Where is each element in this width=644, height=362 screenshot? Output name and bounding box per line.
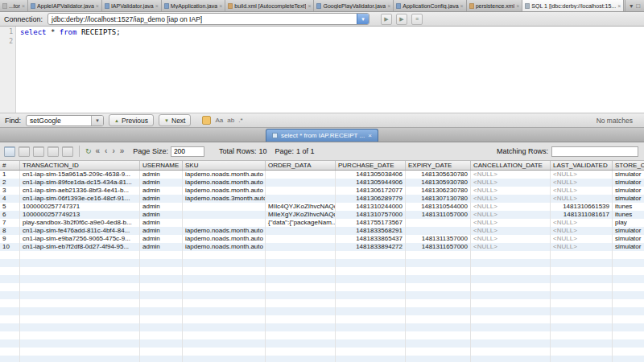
cell-last-validated[interactable]: <NULL> — [551, 219, 613, 227]
cell-store-code[interactable]: simulator — [613, 235, 644, 243]
close-icon[interactable]: × — [308, 3, 311, 9]
cell-transaction-id[interactable]: play-sandbox-3b2f0f6c-a9e0-4ed8-b... — [20, 219, 140, 227]
column-header-row-number[interactable]: # — [0, 161, 20, 171]
cell-expiry-date[interactable]: 1481305930780 — [406, 179, 471, 187]
cell-sku[interactable]: iapdemo.noads.month.auto — [183, 235, 266, 243]
last-page-icon[interactable]: » — [119, 147, 126, 155]
run-sql-icon[interactable]: ▶ — [381, 14, 392, 25]
cell-expiry-date[interactable]: 1481311357000 — [406, 235, 471, 243]
cell-row-number[interactable]: 9 — [0, 235, 20, 243]
cell-last-validated[interactable]: <NULL> — [551, 171, 613, 179]
cell-cancellation-date[interactable]: <NULL> — [471, 171, 551, 179]
table-row-2[interactable]: 2cn1-iap-sim-89fce1da-dc15-434a-81...adm… — [0, 179, 644, 187]
cell-expiry-date[interactable]: 1481305630780 — [406, 171, 471, 179]
cell-last-validated[interactable]: <NULL> — [551, 243, 613, 251]
page-size-input[interactable] — [171, 146, 204, 157]
whole-words-icon[interactable]: ab — [227, 117, 234, 124]
sql-editor[interactable]: 1 2 select * from RECEIPTS; — [0, 27, 644, 113]
cell-row-number[interactable]: 3 — [0, 187, 20, 195]
cell-last-validated[interactable]: <NULL> — [551, 195, 613, 203]
delete-records-icon[interactable] — [33, 146, 44, 157]
cell-expiry-date[interactable]: 1481311057000 — [406, 211, 471, 219]
match-case-icon[interactable]: Aa — [215, 117, 223, 124]
cell-row-number[interactable]: 2 — [0, 179, 20, 187]
cell-transaction-id[interactable]: 1000000257749213 — [20, 211, 140, 219]
column-header-purchase-date[interactable]: PURCHASE_DATE — [336, 161, 406, 171]
cell-order-data[interactable]: MIIc4QYJKoZIhvcNAQc... — [266, 203, 336, 211]
cell-cancellation-date[interactable]: <NULL> — [471, 195, 551, 203]
close-icon[interactable]: × — [387, 3, 390, 9]
editor-tab-persistence-xml[interactable]: persistence.xml× — [467, 0, 523, 11]
column-header-transaction-id[interactable]: TRANSACTION_ID — [20, 161, 140, 171]
cell-expiry-date[interactable]: 1481307130780 — [406, 195, 471, 203]
cell-order-data[interactable] — [266, 243, 336, 251]
cell-order-data[interactable] — [266, 171, 336, 179]
table-row-1[interactable]: 1cn1-iap-sim-15a961a5-209c-4638-9...admi… — [0, 171, 644, 179]
table-row-5[interactable]: 51000000257747371adminMIIc4QYJKoZIhvcNAQ… — [0, 203, 644, 211]
editor-tab-iapvalidator-java[interactable]: IAPValidator.java× — [102, 0, 162, 11]
cell-transaction-id[interactable]: cn1-iap-sim-aeb21336-8bf3-4e41-b... — [20, 187, 140, 195]
cell-row-number[interactable]: 4 — [0, 195, 20, 203]
editor-tab-build-xml-autocompletetext[interactable]: build.xml [AutocompleteText]× — [225, 0, 314, 11]
table-icon[interactable] — [4, 146, 15, 157]
cell-purchase-date[interactable]: 1481833865437 — [336, 235, 406, 243]
table-row-8[interactable]: 8cn1-iap-sim-fe476add-811c-4bf4-84...adm… — [0, 227, 644, 235]
cell-sku[interactable] — [183, 219, 266, 227]
cell-username[interactable]: admin — [140, 219, 183, 227]
sql-history-icon[interactable]: ≡ — [411, 14, 423, 25]
cell-row-number[interactable]: 1 — [0, 171, 20, 179]
column-header-username[interactable]: USERNAME — [140, 161, 183, 171]
column-header-last-validated[interactable]: LAST_VALIDATED — [551, 161, 613, 171]
cell-cancellation-date[interactable]: <NULL> — [471, 187, 551, 195]
close-icon[interactable]: × — [617, 3, 621, 9]
table-row-9[interactable]: 9cn1-iap-sim-e9ba7256-9065-475c-9...admi… — [0, 235, 644, 243]
cell-cancellation-date[interactable]: <NULL> — [471, 211, 551, 219]
commit-changes-icon[interactable] — [47, 146, 59, 157]
cell-expiry-date[interactable]: 1481311657000 — [406, 243, 471, 251]
cell-cancellation-date[interactable]: <NULL> — [471, 235, 551, 243]
cell-expiry-date[interactable]: 1481306230780 — [406, 187, 471, 195]
cell-store-code[interactable]: simulator — [613, 243, 644, 251]
cell-last-validated[interactable]: <NULL> — [551, 235, 613, 243]
editor-tab-applicationconfig-java[interactable]: ApplicationConfig.java× — [394, 0, 466, 11]
cell-row-number[interactable]: 5 — [0, 203, 20, 211]
column-header-expiry-date[interactable]: EXPIRY_DATE — [406, 161, 471, 171]
cell-last-validated[interactable]: 1481310661539 — [551, 203, 613, 211]
code-area[interactable]: select * from RECEIPTS; — [16, 27, 121, 113]
cell-row-number[interactable]: 10 — [0, 243, 20, 251]
cell-username[interactable]: admin — [140, 243, 183, 251]
previous-page-icon[interactable]: ‹ — [104, 147, 108, 155]
result-tab[interactable]: select * from IAP.RECEIPT ... × — [266, 129, 378, 142]
close-icon[interactable]: × — [96, 3, 99, 9]
cell-purchase-date[interactable]: 1481833568291 — [336, 227, 406, 235]
cell-store-code[interactable]: simulator — [613, 227, 644, 235]
cell-transaction-id[interactable]: cn1-iap-sim-89fce1da-dc15-434a-81... — [20, 179, 140, 187]
cell-sku[interactable]: iapdemo.noads.month.auto — [183, 171, 266, 179]
next-page-icon[interactable]: › — [111, 147, 115, 155]
table-row-7[interactable]: 7play-sandbox-3b2f0f6c-a9e0-4ed8-b...adm… — [0, 219, 644, 227]
cell-store-code[interactable]: simulator — [613, 171, 644, 179]
cell-order-data[interactable] — [266, 179, 336, 187]
cell-sku[interactable]: iapdemo.noads.month.auto — [183, 243, 266, 251]
tab-list-dropdown-icon[interactable]: ▾ — [630, 2, 633, 10]
cell-purchase-date[interactable]: 1481306172077 — [336, 187, 406, 195]
cell-username[interactable]: admin — [140, 211, 183, 219]
cell-username[interactable]: admin — [140, 227, 183, 235]
cell-purchase-date[interactable]: 1481305944906 — [336, 179, 406, 187]
cell-username[interactable]: admin — [140, 179, 183, 187]
cell-cancellation-date[interactable]: <NULL> — [471, 227, 551, 235]
editor-tab-tor[interactable]: ...tor× — [0, 0, 28, 11]
cell-sku[interactable] — [183, 203, 266, 211]
cell-username[interactable]: admin — [140, 195, 183, 203]
close-icon[interactable]: × — [516, 3, 519, 9]
editor-tab-sql-1-jdbc-derby-localhost-15[interactable]: SQL 1 [jdbc:derby://localhost:15...× — [522, 0, 624, 11]
cell-transaction-id[interactable]: cn1-iap-sim-eb7f2df8-0d27-4f94-95... — [20, 243, 140, 251]
cell-username[interactable]: admin — [140, 203, 183, 211]
cell-purchase-date[interactable]: 1481305038406 — [336, 171, 406, 179]
cell-cancellation-date[interactable]: <NULL> — [471, 219, 551, 227]
cell-transaction-id[interactable]: 1000000257747371 — [20, 203, 140, 211]
cell-purchase-date[interactable]: 1481310757000 — [336, 211, 406, 219]
cell-transaction-id[interactable]: cn1-iap-sim-e9ba7256-9065-475c-9... — [20, 235, 140, 243]
cell-last-validated[interactable]: <NULL> — [551, 179, 613, 187]
cell-sku[interactable]: iapdemo.noads.month.auto — [183, 187, 266, 195]
